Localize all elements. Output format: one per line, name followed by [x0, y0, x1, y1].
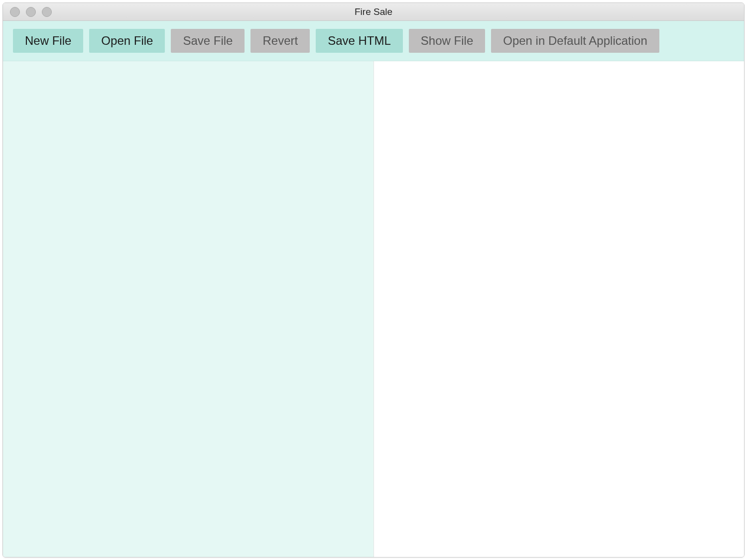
titlebar[interactable]: Fire Sale: [3, 3, 744, 21]
app-window: Fire Sale New File Open File Save File R…: [2, 2, 745, 558]
preview-pane: [374, 61, 745, 557]
new-file-button[interactable]: New File: [13, 29, 83, 53]
toolbar: New File Open File Save File Revert Save…: [3, 21, 744, 61]
editor-pane[interactable]: [3, 61, 374, 557]
window-title: Fire Sale: [3, 6, 744, 17]
open-default-app-button: Open in Default Application: [491, 29, 659, 53]
maximize-icon[interactable]: [42, 7, 52, 17]
open-file-button[interactable]: Open File: [89, 29, 165, 53]
show-file-button: Show File: [409, 29, 485, 53]
content-area: [3, 61, 744, 557]
minimize-icon[interactable]: [26, 7, 36, 17]
traffic-lights: [3, 7, 52, 17]
save-file-button: Save File: [171, 29, 245, 53]
close-icon[interactable]: [10, 7, 20, 17]
save-html-button[interactable]: Save HTML: [316, 29, 403, 53]
revert-button: Revert: [250, 29, 310, 53]
